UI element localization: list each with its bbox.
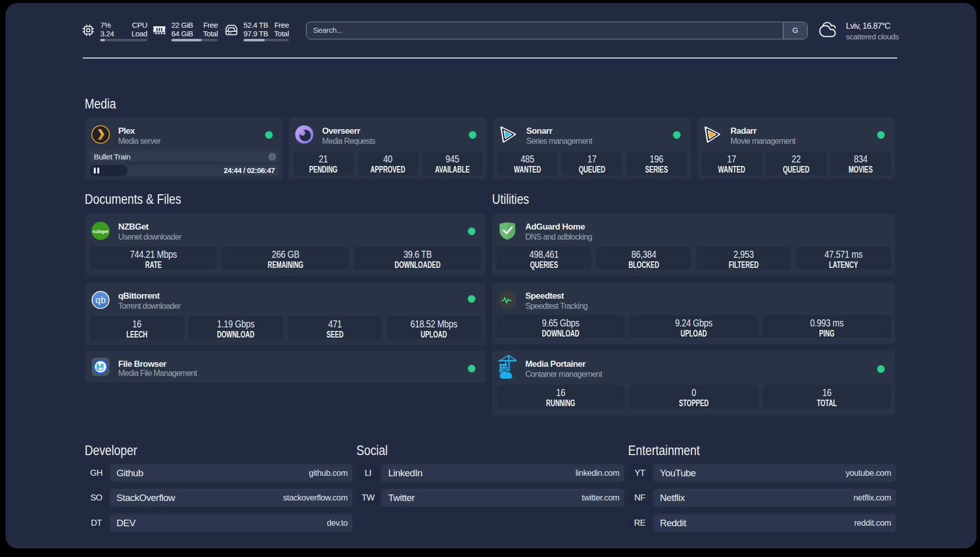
svg-text:nzbget: nzbget bbox=[92, 228, 108, 234]
svg-text:qb: qb bbox=[95, 295, 106, 305]
